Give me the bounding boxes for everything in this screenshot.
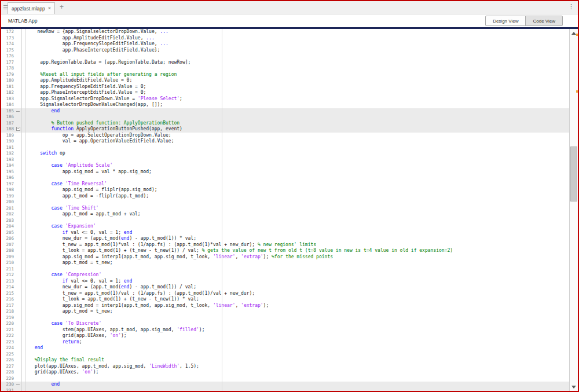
- line-number: 215: [1, 291, 16, 297]
- code-text[interactable]: case 'Compression': [25, 272, 101, 279]
- code-text[interactable]: SignalselectorDropDownValueChanged(app, …: [25, 102, 163, 108]
- code-fold-toggle-icon[interactable]: [16, 382, 21, 388]
- code-text[interactable]: [25, 266, 29, 273]
- code-text[interactable]: t_new = app.t_mod(1)*val : (1/app.fs) : …: [25, 242, 316, 248]
- code-text[interactable]: % Button pushed function: ApplyOperation…: [25, 120, 179, 127]
- code-text[interactable]: t_new = app.t_mod(1)/val : (1/app.fs) : …: [25, 291, 255, 297]
- design-view-button[interactable]: Design View: [485, 16, 526, 26]
- line-number: 192: [1, 151, 16, 157]
- code-text[interactable]: case 'Time Reversal': [25, 181, 107, 188]
- code-text[interactable]: switch op: [25, 151, 65, 157]
- code-text[interactable]: plot(app.UIAxes, app.t_mod, app.sig_mod,…: [25, 364, 199, 370]
- scrollbar-thumb[interactable]: [570, 146, 577, 202]
- overflow-menu-icon[interactable]: ⋮: [568, 3, 574, 10]
- text-limit-guide: [222, 29, 222, 391]
- code-text[interactable]: end: [25, 382, 60, 388]
- code-text[interactable]: [25, 199, 29, 206]
- code-text[interactable]: new_dur = (app.t_mod(end) - app.t_mod(1)…: [25, 284, 196, 291]
- code-fold-toggle-icon[interactable]: [16, 108, 21, 115]
- code-text[interactable]: [25, 157, 29, 163]
- code-text[interactable]: app.RegionTable.Data = [app.RegionTable.…: [25, 60, 190, 66]
- code-text[interactable]: app.SignalselectorDropDown.Value = 'Plea…: [25, 96, 182, 102]
- code-text[interactable]: app.sig_mod = interp1(app.t_mod, app.sig…: [25, 254, 333, 261]
- code-line: 193: [1, 157, 570, 163]
- code-line: 207 t_new = app.t_mod(1)*val : (1/app.fs…: [1, 242, 570, 248]
- gutter-separator: [21, 284, 25, 291]
- code-text[interactable]: newRow = {app.SignalselectorDropDown.Val…: [25, 29, 168, 35]
- code-text[interactable]: [25, 388, 29, 392]
- code-text[interactable]: app.FrequencySlopeEditField.Value = 0;: [25, 84, 146, 90]
- code-text[interactable]: [25, 114, 29, 120]
- code-fold-toggle-icon[interactable]: [16, 126, 21, 133]
- code-text[interactable]: [25, 145, 29, 151]
- code-line: 223 return;: [1, 339, 570, 346]
- code-line: 206 new_dur = (app.t_mod(end) - app.t_mo…: [1, 236, 570, 242]
- code-view-button[interactable]: Code View: [525, 16, 563, 26]
- code-text[interactable]: [25, 376, 29, 382]
- code-text[interactable]: case 'Amplitude Scale': [25, 163, 113, 169]
- code-text[interactable]: [25, 218, 29, 224]
- code-text[interactable]: new_dur = (app.t_mod(end) - app.t_mod(1)…: [25, 236, 196, 242]
- code-text[interactable]: app.t_mod = t_new;: [25, 309, 113, 315]
- code-text[interactable]: app.AmplitudeEditField.Value, ...: [25, 35, 155, 42]
- line-number: 212: [1, 272, 16, 279]
- code-text[interactable]: [25, 53, 29, 60]
- code-text[interactable]: app.t_mod = app.t_mod + val;: [25, 211, 141, 218]
- code-text[interactable]: app.PhaseInterceptEditField.Value = 0;: [25, 90, 146, 96]
- code-line: 172 newRow = {app.SignalselectorDropDown…: [1, 29, 570, 35]
- fold-column: [16, 266, 21, 273]
- code-text[interactable]: if val <= 0, val = 1; end: [25, 279, 132, 285]
- line-number: 173: [1, 35, 16, 42]
- annotation-marker[interactable]: [576, 34, 578, 36]
- gutter-separator: [21, 296, 25, 303]
- code-text[interactable]: t_look = app.t_mod(1) + (t_new - t_new(1…: [25, 296, 199, 303]
- code-text[interactable]: op = app.SelectOperationDropDown.Value;: [25, 133, 171, 139]
- line-number: 199: [1, 193, 16, 200]
- gutter-separator: [21, 388, 25, 392]
- code-text[interactable]: app.t_mod = -fliplr(app.t_mod);: [25, 193, 149, 200]
- code-text[interactable]: %Display the final result: [25, 357, 104, 364]
- line-number: 189: [1, 133, 16, 139]
- code-text[interactable]: case 'To Discrete': [25, 321, 101, 327]
- code-text[interactable]: app.AmplitudeEditField.Value = 0;: [25, 78, 132, 84]
- code-text[interactable]: app.sig_mod = fliplr(app.sig_mod);: [25, 187, 157, 193]
- code-text[interactable]: [25, 351, 29, 358]
- code-text[interactable]: if val <= 0, val = 1; end: [25, 230, 132, 236]
- code-text[interactable]: return;: [25, 339, 82, 346]
- code-text[interactable]: [25, 65, 29, 72]
- code-line: 194 case 'Amplitude Scale': [1, 163, 570, 169]
- code-text[interactable]: function ApplyOperationButtonPushed(app,…: [25, 126, 182, 133]
- code-text[interactable]: end: [25, 345, 43, 351]
- scroll-up-arrow-icon[interactable]: [571, 32, 576, 35]
- close-tab-icon[interactable]: ×: [48, 6, 51, 11]
- tab-app2last-mlapp[interactable]: app2last.mlapp ×: [8, 2, 55, 14]
- code-text[interactable]: t_look = app.t_mod(1) + (t_new - t_new(1…: [25, 248, 453, 254]
- code-text[interactable]: app.FrequencySlopeEditField.Value, ...: [25, 41, 168, 47]
- gutter-separator: [21, 133, 25, 139]
- code-text[interactable]: app.sig_mod = val * app.sig_mod;: [25, 169, 152, 175]
- code-text[interactable]: app.t_mod = t_new;: [25, 260, 113, 266]
- gutter-separator: [21, 138, 25, 145]
- annotation-marker[interactable]: [576, 90, 578, 93]
- code-text[interactable]: app.sig_mod = interp1(app.t_mod, app.sig…: [25, 303, 269, 309]
- code-text[interactable]: grid(app.UIAxes, 'on');: [25, 369, 98, 376]
- line-number: 227: [1, 364, 16, 370]
- code-text[interactable]: case 'Expansion': [25, 224, 96, 230]
- fold-column: [16, 272, 21, 279]
- code-text[interactable]: stem(app.UIAxes, app.t_mod, app.sig_mod,…: [25, 327, 204, 334]
- gutter-separator: [21, 333, 25, 339]
- code-text[interactable]: grid(app.UIAxes, 'on');: [25, 333, 127, 339]
- code-text[interactable]: %Reset all input fields after generating…: [25, 72, 177, 78]
- code-text[interactable]: end: [25, 108, 60, 115]
- new-tab-button[interactable]: +: [60, 3, 64, 10]
- code-text[interactable]: [25, 175, 29, 181]
- code-text[interactable]: app.PhaseInterceptEditField.Value};: [25, 47, 160, 54]
- vertical-scrollbar[interactable]: [569, 29, 578, 391]
- code-text[interactable]: val = app.OperationValueEditField.Value;: [25, 138, 174, 145]
- code-line: 220 case 'To Discrete': [1, 321, 570, 327]
- line-number: 224: [1, 345, 16, 351]
- code-line: 203: [1, 218, 570, 224]
- scroll-down-arrow-icon[interactable]: [571, 386, 576, 389]
- code-text[interactable]: case 'Time Shift': [25, 206, 98, 212]
- code-text[interactable]: [25, 315, 29, 321]
